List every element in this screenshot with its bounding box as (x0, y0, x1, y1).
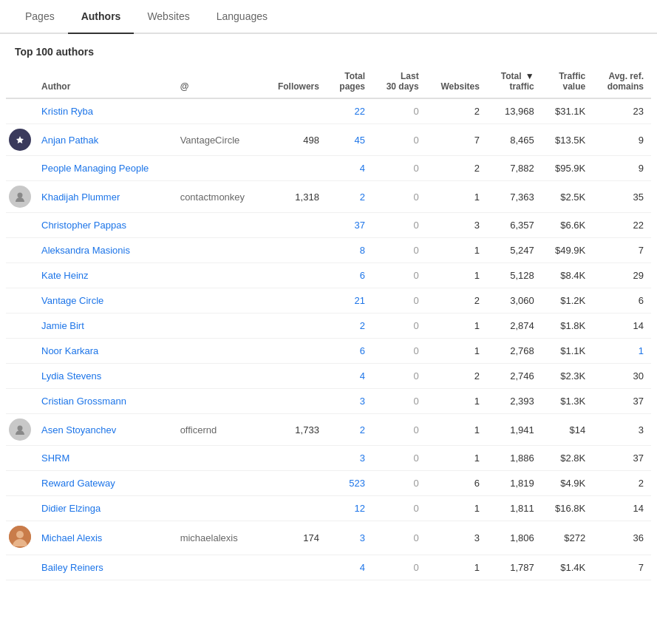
author-name-cell[interactable]: Noor Karkara (34, 339, 173, 364)
author-name-cell[interactable]: Jamie Birt (34, 313, 173, 339)
author-name-cell[interactable]: Christopher Pappas (34, 213, 173, 238)
total-pages-cell[interactable]: 3 (327, 521, 372, 555)
websites-cell: 1 (426, 181, 487, 213)
author-name-cell[interactable]: Cristian Grossmann (34, 389, 173, 414)
avatar-cell (6, 496, 34, 521)
author-link[interactable]: Jamie Birt (41, 320, 84, 331)
websites-cell: 1 (426, 263, 487, 288)
col-handle: @ (173, 65, 263, 98)
tab-languages[interactable]: Languages (203, 0, 281, 34)
table-row: Lydia Stevens4022,746$2.3K30 (6, 364, 651, 389)
author-link[interactable]: Kristin Ryba (41, 106, 93, 117)
total-pages-cell[interactable]: 37 (327, 213, 372, 238)
author-name-cell[interactable]: Asen Stoyanchev (34, 414, 173, 446)
total-pages-cell[interactable]: 6 (327, 339, 372, 364)
total-pages-cell[interactable]: 22 (327, 98, 372, 124)
svg-point-3 (18, 426, 23, 431)
handle-cell (173, 156, 263, 181)
author-link[interactable]: Cristian Grossmann (41, 396, 126, 407)
total-traffic-cell: 8,465 (487, 124, 542, 156)
author-link[interactable]: Aleksandra Masionis (41, 245, 130, 256)
traffic-value-cell: $2.5K (542, 181, 593, 213)
handle-cell (173, 364, 263, 389)
total-pages-cell[interactable]: 21 (327, 288, 372, 313)
avatar (9, 418, 31, 441)
last30-cell: 0 (372, 555, 426, 580)
tab-authors[interactable]: Authors (68, 0, 135, 34)
total-pages-cell[interactable]: 12 (327, 496, 372, 521)
avg-ref-cell[interactable]: 1 (593, 339, 651, 364)
websites-cell: 2 (426, 364, 487, 389)
table-row: Vantage Circle21023,060$1.2K6 (6, 288, 651, 313)
author-name-cell[interactable]: Kristin Ryba (34, 98, 173, 124)
followers-cell (263, 446, 327, 471)
avatar-cell (6, 124, 34, 156)
avatar-cell (6, 339, 34, 364)
author-link[interactable]: People Managing People (41, 163, 149, 174)
author-name-cell[interactable]: Kate Heinz (34, 263, 173, 288)
col-avg-ref: Avg. ref.domains (593, 65, 651, 98)
total-pages-cell[interactable]: 45 (327, 124, 372, 156)
author-link[interactable]: Anjan Pathak (41, 135, 98, 146)
author-link[interactable]: Khadijah Plummer (41, 191, 120, 203)
avg-ref-cell: 14 (593, 313, 651, 339)
total-pages-cell[interactable]: 8 (327, 238, 372, 263)
total-pages-cell[interactable]: 4 (327, 156, 372, 181)
total-traffic-cell: 2,746 (487, 364, 542, 389)
total-pages-cell[interactable]: 2 (327, 414, 372, 446)
handle-cell (173, 98, 263, 124)
table-row: Aleksandra Masionis8015,247$49.9K7 (6, 238, 651, 263)
table-row: Reward Gateway523061,819$4.9K2 (6, 471, 651, 496)
total-pages-cell[interactable]: 3 (327, 389, 372, 414)
author-link[interactable]: Michael Alexis (41, 532, 102, 543)
traffic-value-cell: $31.1K (542, 98, 593, 124)
total-pages-cell[interactable]: 4 (327, 555, 372, 580)
followers-cell (263, 364, 327, 389)
tab-pages[interactable]: Pages (12, 0, 68, 34)
col-avatar (6, 65, 34, 98)
last30-cell: 0 (372, 496, 426, 521)
websites-cell: 1 (426, 555, 487, 580)
author-name-cell[interactable]: Michael Alexis (34, 521, 173, 555)
tab-websites[interactable]: Websites (134, 0, 202, 34)
author-name-cell[interactable]: Bailey Reiners (34, 555, 173, 580)
avg-ref-cell: 37 (593, 446, 651, 471)
author-name-cell[interactable]: Lydia Stevens (34, 364, 173, 389)
total-pages-cell[interactable]: 4 (327, 364, 372, 389)
author-name-cell[interactable]: Didier Elzinga (34, 496, 173, 521)
table-row: Noor Karkara6012,768$1.1K1 (6, 339, 651, 364)
total-pages-cell[interactable]: 523 (327, 471, 372, 496)
table-row: SHRM3011,886$2.8K37 (6, 446, 651, 471)
table-row: People Managing People4027,882$95.9K9 (6, 156, 651, 181)
total-pages-cell[interactable]: 6 (327, 263, 372, 288)
author-name-cell[interactable]: Vantage Circle (34, 288, 173, 313)
author-name-cell[interactable]: SHRM (34, 446, 173, 471)
followers-cell (263, 98, 327, 124)
author-name-cell[interactable]: Aleksandra Masionis (34, 238, 173, 263)
avatar-cell (6, 471, 34, 496)
total-pages-cell[interactable]: 3 (327, 446, 372, 471)
table-row: Bailey Reiners4011,787$1.4K7 (6, 555, 651, 580)
author-link[interactable]: Reward Gateway (41, 478, 115, 489)
author-link[interactable]: Vantage Circle (41, 295, 103, 306)
author-link[interactable]: Didier Elzinga (41, 503, 101, 514)
total-traffic-cell: 7,363 (487, 181, 542, 213)
authors-table: Author @ Followers Totalpages Last30 day… (6, 65, 651, 580)
websites-cell: 1 (426, 496, 487, 521)
author-link[interactable]: Asen Stoyanchev (41, 424, 116, 435)
total-pages-cell[interactable]: 2 (327, 181, 372, 213)
col-total-traffic[interactable]: Total ▼traffic (487, 65, 542, 98)
author-link[interactable]: Bailey Reiners (41, 562, 103, 573)
total-pages-cell[interactable]: 2 (327, 313, 372, 339)
author-name-cell[interactable]: Khadijah Plummer (34, 181, 173, 213)
author-name-cell[interactable]: Anjan Pathak (34, 124, 173, 156)
author-link[interactable]: Noor Karkara (41, 345, 98, 356)
author-link[interactable]: Kate Heinz (41, 270, 89, 281)
col-websites: Websites (426, 65, 487, 98)
author-link[interactable]: Christopher Pappas (41, 220, 126, 231)
author-name-cell[interactable]: People Managing People (34, 156, 173, 181)
author-link[interactable]: Lydia Stevens (41, 370, 101, 382)
author-name-cell[interactable]: Reward Gateway (34, 471, 173, 496)
author-link[interactable]: SHRM (41, 453, 69, 464)
total-traffic-cell: 5,247 (487, 238, 542, 263)
